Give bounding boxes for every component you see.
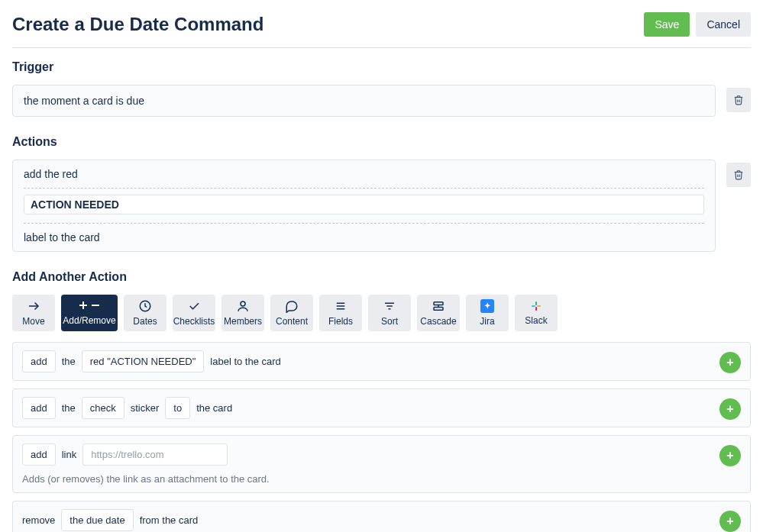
text: the <box>62 356 76 367</box>
save-button[interactable]: Save <box>644 12 690 37</box>
tab-label: Cascade <box>420 316 456 327</box>
tab-label: Dates <box>133 316 157 327</box>
jira-icon: ✦ <box>480 299 494 313</box>
svg-rect-16 <box>537 305 541 307</box>
trash-icon <box>733 169 744 180</box>
hint-text: Adds (or removes) the link as an attachm… <box>22 473 741 485</box>
speech-bubble-icon <box>285 299 299 313</box>
verb-toggle[interactable]: add <box>22 350 56 372</box>
add-action-button[interactable]: + <box>719 445 741 466</box>
label-value-select[interactable]: red "ACTION NEEDED" <box>82 350 205 372</box>
template-add-sticker: add the check sticker to the card + <box>12 389 751 427</box>
text: from the card <box>140 514 199 526</box>
add-action-button[interactable]: + <box>719 398 741 420</box>
action-category-tabs: Move Add/Remove Dates Checklists Members… <box>12 295 751 331</box>
tab-label: Fields <box>328 316 353 327</box>
svg-rect-18 <box>535 307 537 311</box>
tab-label: Add/Remove <box>63 315 115 326</box>
tab-fields[interactable]: Fields <box>319 295 362 331</box>
action-post-text: label to the card <box>13 224 715 251</box>
tab-add-remove[interactable]: Add/Remove <box>61 295 118 331</box>
svg-rect-13 <box>434 308 443 311</box>
page-header: Create a Due Date Command Save Cancel <box>12 12 751 48</box>
page-title: Create a Due Date Command <box>12 14 263 35</box>
trigger-text: the moment a card is due <box>24 95 144 107</box>
tab-label: Checklists <box>173 316 215 327</box>
tab-content[interactable]: Content <box>270 295 313 331</box>
add-action-button[interactable]: + <box>719 352 741 373</box>
plus-icon: + <box>726 449 733 463</box>
text: the <box>62 402 76 414</box>
svg-rect-17 <box>535 301 537 305</box>
clock-icon <box>138 299 152 313</box>
plus-minus-icon <box>79 300 100 312</box>
sort-icon <box>383 299 396 313</box>
template-add-label: add the red "ACTION NEEDED" label to the… <box>12 342 751 381</box>
text: the card <box>196 402 232 414</box>
check-icon <box>187 299 201 313</box>
sticker-position-select[interactable]: to <box>165 397 190 419</box>
due-date-select[interactable]: the due date <box>61 509 133 531</box>
lines-icon <box>334 299 348 313</box>
svg-point-5 <box>241 301 245 306</box>
action-box: add the red label to the card <box>12 160 716 252</box>
text: label to the card <box>210 356 281 367</box>
add-another-heading: Add Another Action <box>12 270 751 284</box>
link-url-input[interactable] <box>82 443 228 466</box>
text: link <box>62 449 77 460</box>
cancel-button[interactable]: Cancel <box>696 12 751 37</box>
tab-label: Sort <box>381 316 398 327</box>
trigger-box: the moment a card is due <box>12 85 716 117</box>
delete-action-button[interactable] <box>726 163 751 187</box>
delete-trigger-button[interactable] <box>726 88 751 112</box>
sticker-value-select[interactable]: check <box>82 397 124 419</box>
plus-icon: + <box>726 514 733 528</box>
plus-icon: + <box>726 356 733 369</box>
label-tag-row <box>13 189 715 223</box>
tab-checklists[interactable]: Checklists <box>173 295 215 331</box>
tab-cascade[interactable]: Cascade <box>417 295 460 331</box>
tab-jira[interactable]: ✦ Jira <box>466 295 509 331</box>
template-add-link: add link Adds (or removes) the link as a… <box>12 435 751 493</box>
tab-label: Content <box>276 316 308 327</box>
tab-label: Slack <box>525 315 547 326</box>
tab-move[interactable]: Move <box>12 295 55 331</box>
verb-toggle[interactable]: add <box>22 397 56 419</box>
tab-label: Jira <box>480 316 494 327</box>
person-icon <box>236 299 250 313</box>
trash-icon <box>733 95 744 105</box>
actions-heading: Actions <box>12 135 751 149</box>
tab-label: Members <box>224 316 262 327</box>
tab-sort[interactable]: Sort <box>368 295 411 331</box>
trigger-heading: Trigger <box>12 60 751 74</box>
add-action-button[interactable]: + <box>719 511 741 532</box>
text: sticker <box>131 402 160 414</box>
trigger-row: the moment a card is due <box>12 85 751 117</box>
tab-dates[interactable]: Dates <box>124 295 167 331</box>
action-row: add the red label to the card <box>12 160 751 252</box>
svg-rect-15 <box>532 305 535 307</box>
svg-rect-12 <box>434 302 443 305</box>
verb-toggle[interactable]: add <box>22 443 56 466</box>
template-remove-due-date: remove the due date from the card + <box>12 501 751 532</box>
tab-label: Move <box>22 316 44 327</box>
tab-members[interactable]: Members <box>221 295 264 331</box>
header-buttons: Save Cancel <box>644 12 751 37</box>
plus-icon: + <box>726 402 733 416</box>
label-name-input[interactable] <box>24 195 704 214</box>
tab-slack[interactable]: Slack <box>515 295 558 331</box>
verb-text: remove <box>22 514 55 526</box>
slack-icon <box>530 300 542 312</box>
arrow-right-icon <box>27 299 40 313</box>
action-pre-text: add the red <box>13 160 715 188</box>
cascade-icon <box>432 299 445 313</box>
